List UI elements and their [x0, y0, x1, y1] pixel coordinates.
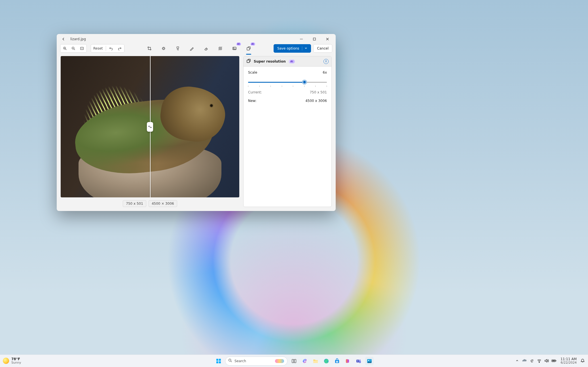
history-group: Reset [91, 44, 124, 53]
super-resolution-panel: Super resolution AI i Scale 6x [243, 56, 332, 207]
new-size-pill: 4500 × 3006 [149, 200, 177, 207]
clock-date: 6/22/2024 [560, 361, 577, 364]
current-row: Current: 750 x 501 [248, 90, 327, 94]
svg-rect-21 [335, 360, 339, 363]
close-button[interactable] [321, 34, 334, 44]
original-size-pill: 750 x 501 [123, 200, 146, 207]
svg-rect-10 [247, 60, 249, 63]
store-button[interactable] [333, 357, 341, 365]
generative-ai-tool[interactable]: AI [230, 44, 239, 53]
super-resolution-tool[interactable]: AI [244, 44, 253, 53]
svg-point-8 [233, 48, 234, 48]
svg-point-28 [359, 359, 361, 360]
svg-rect-11 [216, 359, 218, 361]
svg-rect-22 [336, 361, 337, 362]
weather-condition: Sunny [11, 361, 21, 364]
svg-rect-25 [337, 362, 338, 362]
scale-slider[interactable] [248, 79, 327, 86]
tool-tabs: AI AI [145, 44, 253, 53]
minimize-button[interactable] [295, 34, 308, 44]
panel-body: Scale 6x Current: 750 x 501 New: [244, 67, 331, 107]
maximize-button[interactable] [308, 34, 321, 44]
background-tool[interactable] [216, 44, 225, 53]
svg-point-5 [163, 48, 164, 49]
volume-icon[interactable] [544, 358, 549, 363]
adjust-tool[interactable] [159, 44, 168, 53]
undo-button[interactable] [107, 45, 115, 52]
svg-rect-18 [294, 359, 296, 363]
panel-title: Super resolution [254, 59, 286, 63]
svg-rect-13 [216, 361, 218, 363]
onedrive-icon[interactable] [522, 358, 527, 363]
file-name: lizard.jpg [70, 37, 86, 41]
search-art-icon [275, 359, 284, 364]
taskbar-search[interactable]: Search [225, 357, 287, 366]
redo-button[interactable] [116, 45, 124, 52]
titlebar: lizard.jpg [57, 34, 336, 44]
svg-rect-34 [556, 360, 556, 362]
save-options-label: Save options [277, 46, 299, 50]
system-tray: 11:11 AM 6/22/2024 [515, 357, 585, 364]
svg-rect-33 [552, 360, 555, 362]
info-icon[interactable]: i [323, 59, 329, 64]
scale-row: Scale 6x [248, 71, 327, 74]
notifications-icon[interactable] [580, 358, 585, 363]
svg-rect-16 [275, 359, 284, 363]
crop-tool[interactable] [145, 44, 154, 53]
zoom-in-button[interactable] [61, 45, 69, 52]
search-placeholder: Search [234, 359, 246, 363]
markup-tool[interactable] [187, 44, 196, 53]
ai-badge: AI [250, 42, 255, 46]
back-button[interactable] [60, 35, 67, 43]
photos-button[interactable] [365, 357, 374, 365]
photos-window: lizard.jpg Reset [57, 34, 336, 211]
new-row: New: 4500 x 3006 [248, 99, 327, 103]
svg-point-30 [368, 360, 369, 361]
wifi-icon[interactable] [537, 358, 542, 363]
zoom-out-button[interactable] [69, 45, 77, 52]
weather-widget[interactable]: 78°F Sunny [3, 357, 21, 364]
m365-button[interactable] [344, 357, 352, 365]
erase-tool[interactable] [202, 44, 211, 53]
tray-chevron-icon[interactable] [515, 358, 520, 363]
save-options-button[interactable]: Save options [274, 44, 311, 53]
cancel-button[interactable]: Cancel [313, 44, 332, 53]
reset-button[interactable]: Reset [92, 45, 105, 52]
task-view-button[interactable] [290, 357, 298, 365]
svg-text:T: T [357, 360, 359, 362]
teams-button[interactable]: T [354, 357, 363, 365]
compare-handle[interactable] [147, 122, 153, 132]
panel-header: Super resolution AI i [244, 56, 331, 67]
editor-content: 750 x 501 4500 × 3006 Super resolution A… [57, 54, 336, 211]
filter-tool[interactable] [173, 44, 182, 53]
battery-icon[interactable] [551, 358, 557, 363]
desktop: lizard.jpg Reset [0, 0, 588, 355]
scale-label: Scale [248, 71, 257, 74]
explorer-button[interactable] [311, 357, 320, 365]
action-buttons: Save options Cancel [274, 44, 332, 53]
edge-button[interactable] [322, 357, 331, 365]
svg-point-31 [539, 362, 540, 363]
svg-rect-9 [247, 48, 249, 50]
window-controls [295, 34, 334, 44]
svg-rect-1 [313, 38, 316, 40]
image-canvas[interactable] [61, 56, 239, 197]
svg-rect-24 [336, 362, 337, 362]
preview-right-half [150, 56, 239, 197]
svg-point-15 [229, 359, 231, 361]
zoom-group [60, 44, 87, 53]
taskbar: 78°F Sunny Search T 11:11 AM [0, 355, 588, 367]
taskbar-clock[interactable]: 11:11 AM 6/22/2024 [560, 357, 577, 364]
new-label: New: [248, 99, 257, 103]
copilot-tray-icon[interactable] [529, 358, 534, 363]
start-button[interactable] [214, 357, 223, 365]
taskbar-center: Search T [214, 357, 374, 366]
panel-icon [246, 59, 251, 64]
ai-badge: AI [236, 42, 241, 46]
chevron-down-icon [302, 46, 307, 50]
svg-rect-23 [337, 361, 338, 362]
copilot-button[interactable] [301, 357, 309, 365]
panel-ai-badge: AI [289, 59, 295, 63]
fit-to-screen-button[interactable] [78, 45, 86, 52]
svg-rect-6 [177, 47, 179, 48]
